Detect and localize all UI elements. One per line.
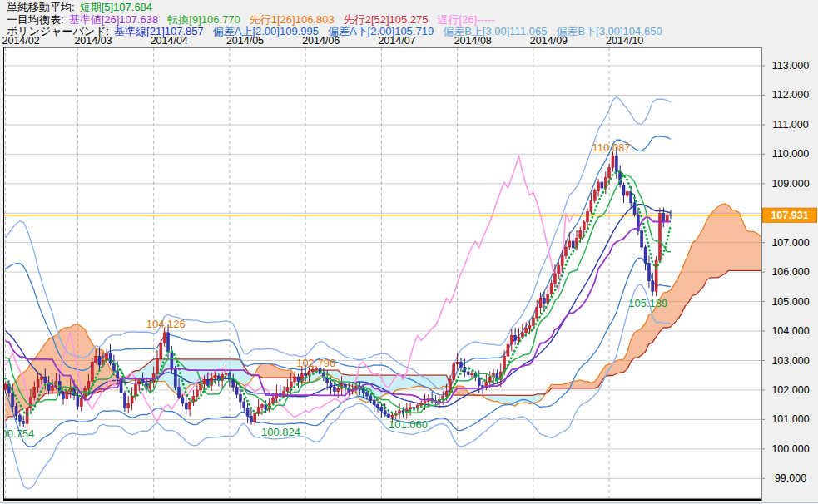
y-axis-tick-label: 111.000	[772, 119, 808, 131]
candle	[459, 362, 462, 367]
candle	[160, 343, 162, 358]
candle	[66, 392, 68, 399]
candle	[326, 378, 329, 383]
candle	[590, 200, 592, 211]
candle	[26, 408, 28, 423]
candle	[272, 398, 275, 403]
current-price-tag: 107.931	[763, 208, 817, 222]
y-axis-tick-label: 113.000	[772, 60, 809, 72]
candle	[174, 369, 176, 387]
x-axis-tick-label: 2014/04	[151, 35, 188, 47]
candle	[163, 333, 166, 343]
candle	[453, 364, 455, 380]
price-annotation: 105.189	[628, 297, 667, 309]
candle	[225, 373, 227, 374]
y-axis-tick-label: 109.000	[771, 178, 809, 190]
candle	[568, 241, 571, 247]
candle	[576, 238, 578, 248]
candle	[33, 387, 36, 397]
candle	[15, 406, 17, 415]
candle	[553, 274, 556, 284]
candle	[167, 333, 170, 352]
candle	[185, 403, 187, 409]
candle	[420, 403, 423, 405]
candle	[18, 415, 21, 421]
candle	[564, 247, 567, 256]
candle	[51, 387, 53, 391]
candle	[243, 402, 245, 408]
candle	[80, 399, 82, 407]
candle	[214, 376, 216, 378]
candle	[558, 265, 560, 274]
candle	[22, 421, 25, 423]
candle	[424, 401, 426, 403]
candle	[123, 393, 126, 408]
candle	[633, 203, 636, 215]
candle	[206, 380, 209, 386]
candle	[330, 383, 332, 387]
candle	[37, 380, 39, 388]
candle	[373, 400, 375, 404]
candle	[528, 326, 531, 329]
candle	[402, 411, 404, 413]
candle	[536, 308, 538, 318]
candle	[91, 362, 93, 381]
candle	[662, 213, 665, 222]
y-axis-tick-label: 103.000	[771, 355, 809, 367]
candle	[626, 192, 628, 195]
candle	[409, 408, 412, 409]
candle	[622, 185, 625, 195]
candle	[250, 416, 252, 422]
candle	[615, 156, 617, 171]
y-axis-labels: 113.000112.000111.000110.000109.000108.0…	[761, 60, 810, 484]
candle	[521, 333, 523, 337]
candle	[44, 377, 47, 383]
candle	[514, 335, 517, 340]
candle	[525, 329, 528, 333]
candle	[156, 359, 158, 374]
y-axis-tick-label: 101.000	[771, 413, 809, 425]
candle	[647, 264, 650, 281]
y-axis-tick-label: 105.000	[771, 296, 809, 308]
y-axis-tick-label: 104.000	[771, 325, 809, 337]
candle	[579, 230, 582, 239]
candle	[543, 298, 545, 303]
candle	[380, 408, 383, 411]
x-axis-tick-label: 2014/08	[454, 35, 492, 47]
candle	[539, 298, 542, 307]
candle	[265, 405, 267, 409]
candle	[478, 378, 480, 386]
candle	[239, 394, 241, 402]
candle	[171, 352, 173, 369]
candle	[532, 318, 534, 326]
y-axis-tick-label: 112.000	[772, 89, 809, 101]
candle	[547, 294, 549, 304]
price-annotation: 104.126	[146, 318, 186, 330]
candle	[77, 395, 79, 406]
candle	[232, 380, 235, 388]
candle	[572, 241, 574, 248]
candle	[203, 380, 206, 384]
candle	[297, 377, 300, 381]
y-axis-tick-label: 102.000	[771, 384, 809, 396]
y-axis-tick-label: 100.000	[771, 443, 809, 455]
price-annotation: 100.754	[0, 427, 34, 440]
price-annotation: 110.087	[592, 141, 630, 154]
candle	[366, 393, 369, 396]
candle	[666, 215, 668, 222]
candle	[583, 222, 585, 230]
candle	[593, 191, 596, 201]
x-axis-tick-label: 2014/03	[74, 35, 112, 47]
price-annotation: 100.824	[261, 426, 300, 438]
candle	[196, 390, 198, 397]
candle	[413, 408, 415, 408]
candle	[597, 182, 600, 191]
candle	[337, 388, 340, 392]
x-axis-labels: 2014/022014/032014/042014/052014/062014/…	[2, 35, 644, 47]
price-chart[interactable]: 104.126102.796110.087100.754100.824101.0…	[0, 0, 818, 504]
candle	[134, 384, 136, 396]
candle	[456, 362, 459, 363]
candle	[510, 335, 513, 344]
candle	[254, 413, 256, 422]
candle	[561, 256, 563, 266]
